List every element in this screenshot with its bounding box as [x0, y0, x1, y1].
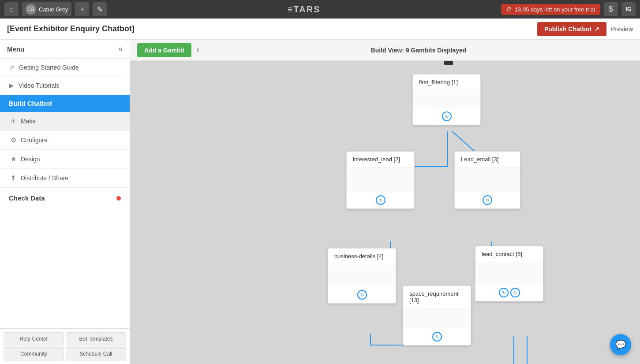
sidebar-item-configure[interactable]: ⚙ Configure [0, 131, 130, 150]
design-icon: ★ [11, 155, 16, 163]
gambit-node-footer: ↻ [455, 192, 520, 208]
sidebar-distribute-label: Distribute / Share [21, 175, 68, 182]
dollar-icon: $ [609, 5, 613, 13]
user-menu[interactable]: CG Catue Grey [22, 2, 71, 16]
gambit-node-label: business-details [4] [328, 249, 396, 264]
gambit-connector[interactable]: ↻ [357, 290, 367, 300]
gambit-connector-left[interactable]: ↻ [499, 288, 509, 297]
add-gambit-button[interactable]: Add a Gambit [137, 43, 191, 57]
preview-link[interactable]: Preview [611, 26, 633, 33]
chatbot-title: [Event Exhibitor Enquiry Chatbot] [7, 24, 135, 33]
canvas-title: Build View: 9 Gambits Displayed [204, 47, 633, 54]
add-button[interactable]: + [75, 2, 89, 16]
sidebar-design-label: Design [21, 156, 40, 163]
profile-button[interactable]: IG [621, 2, 636, 16]
check-data-label: Check Data [9, 194, 45, 202]
gambit-node-footer: ↻ [413, 108, 480, 125]
canvas[interactable]: first_filtering [1] ↻ interested_lead [2… [130, 61, 640, 364]
make-icon: ✈ [11, 117, 16, 125]
add-gambit-label: Add a Gambit [144, 47, 184, 54]
sidebar-item-make[interactable]: ✈ Make [0, 112, 130, 131]
sidebar-item-label: Video Tutorials [19, 82, 59, 89]
sidebar-item-design[interactable]: ★ Design [0, 150, 130, 169]
gambit-node-space-requirement[interactable]: space_requirement[13] ↻ [403, 286, 471, 345]
gambit-node-lead-contact[interactable]: lead_contact [5] ↻ ↻ [475, 246, 543, 301]
canvas-handle[interactable] [444, 61, 453, 65]
sidebar-item-distribute-share[interactable]: ⬆ Distribute / Share [0, 169, 130, 188]
trial-text: 13.95 days left on your free trial [515, 6, 595, 13]
sidebar-check-data[interactable]: Check Data [0, 188, 130, 208]
gambit-connector[interactable]: ↻ [442, 111, 452, 121]
canvas-toolbar: Add a Gambit ℹ Build View: 9 Gambits Dis… [130, 40, 640, 61]
help-center-button[interactable]: Help Center [4, 332, 64, 345]
sidebar-bottom-buttons: Help Center Bot Templates Community Sche… [0, 328, 130, 364]
gambit-node-footer: ↻ [403, 328, 471, 345]
gambit-node-interested-lead[interactable]: interested_lead [2] ↻ [346, 151, 415, 209]
chat-bubble-icon: 💬 [615, 339, 626, 350]
publish-icon: ↗ [594, 26, 599, 33]
clock-icon: ⏱ [506, 6, 512, 13]
publish-button[interactable]: Publish Chatbot ↗ [537, 22, 606, 36]
gambit-node-label: first_filtering [1] [413, 74, 480, 90]
avatar: CG [26, 4, 36, 15]
gambit-node-footer: ↻ ↻ [475, 284, 543, 301]
gambit-node-footer: ↻ [328, 286, 396, 303]
gambit-node-label: lead_contact [5] [475, 246, 543, 262]
gambit-node-lead-email[interactable]: Lead_email [3] ↻ [454, 151, 520, 209]
topbar: ⌂ CG Catue Grey + ✎ ≡TARS ⏱ 13.95 days l… [0, 0, 640, 19]
bot-templates-button[interactable]: Bot Templates [66, 332, 126, 345]
avatar-initials: CG [28, 7, 34, 12]
schedule-call-button[interactable]: Schedule Call [66, 347, 126, 360]
sidebar-configure-label: Configure [21, 137, 48, 144]
gambit-connector-double: ↻ ↻ [499, 288, 520, 297]
configure-icon: ⚙ [11, 136, 16, 144]
chat-bubble[interactable]: 💬 [610, 334, 631, 355]
sidebar-collapse-button[interactable]: « [119, 45, 123, 53]
gambit-node-footer: ↻ [347, 192, 414, 208]
gambit-node-business-details[interactable]: business-details [4] ↻ [328, 248, 396, 304]
trial-badge[interactable]: ⏱ 13.95 days left on your free trial [501, 4, 600, 15]
home-icon: ⌂ [9, 5, 14, 13]
gambit-node-label: interested_lead [2] [347, 152, 414, 167]
app-logo: ≡TARS [110, 4, 497, 15]
sidebar-build-chatbot-header: Build Chatbot [0, 95, 130, 112]
community-button[interactable]: Community [4, 347, 64, 360]
gambit-connector-right[interactable]: ↻ [510, 288, 520, 297]
sidebar-item-getting-started[interactable]: ↗ Getting Started Guide [0, 59, 130, 77]
ig-label: IG [626, 6, 632, 12]
edit-button[interactable]: ✎ [93, 2, 107, 16]
sidebar: Menu « ↗ Getting Started Guide ▶ Video T… [0, 40, 130, 364]
external-link-icon: ↗ [9, 63, 15, 71]
sidebar-item-label: Getting Started Guide [19, 64, 79, 71]
notification-dot [116, 196, 121, 201]
main-layout: Menu « ↗ Getting Started Guide ▶ Video T… [0, 40, 640, 364]
sidebar-make-label: Make [21, 118, 36, 125]
build-chatbot-label: Build Chatbot [9, 100, 52, 107]
sidebar-item-video-tutorials[interactable]: ▶ Video Tutorials [0, 77, 130, 95]
canvas-area: Add a Gambit ℹ Build View: 9 Gambits Dis… [130, 40, 640, 364]
sidebar-header: Menu « [0, 40, 130, 59]
publish-area: Publish Chatbot ↗ Preview [537, 22, 633, 36]
gambit-connector[interactable]: ↻ [376, 195, 385, 205]
info-icon[interactable]: ℹ [197, 47, 199, 53]
gambit-connector[interactable]: ↻ [483, 195, 492, 205]
plus-icon: + [80, 5, 84, 13]
gambit-node-label: Lead_email [3] [455, 152, 520, 167]
edit-icon: ✎ [97, 5, 103, 14]
gambit-node-label: space_requirement[13] [403, 286, 471, 308]
share-icon: ⬆ [11, 174, 16, 182]
billing-button[interactable]: $ [604, 2, 618, 16]
gambit-node-first-filtering[interactable]: first_filtering [1] ↻ [412, 74, 481, 125]
publish-label: Publish Chatbot [544, 26, 591, 33]
connections-svg [130, 61, 640, 364]
user-name: Catue Grey [39, 6, 68, 13]
sidebar-menu-label: Menu [7, 45, 24, 53]
titlebar: [Event Exhibitor Enquiry Chatbot] Publis… [0, 19, 640, 40]
play-icon: ▶ [9, 82, 14, 89]
home-button[interactable]: ⌂ [4, 2, 19, 16]
gambit-connector[interactable]: ↻ [432, 332, 442, 342]
